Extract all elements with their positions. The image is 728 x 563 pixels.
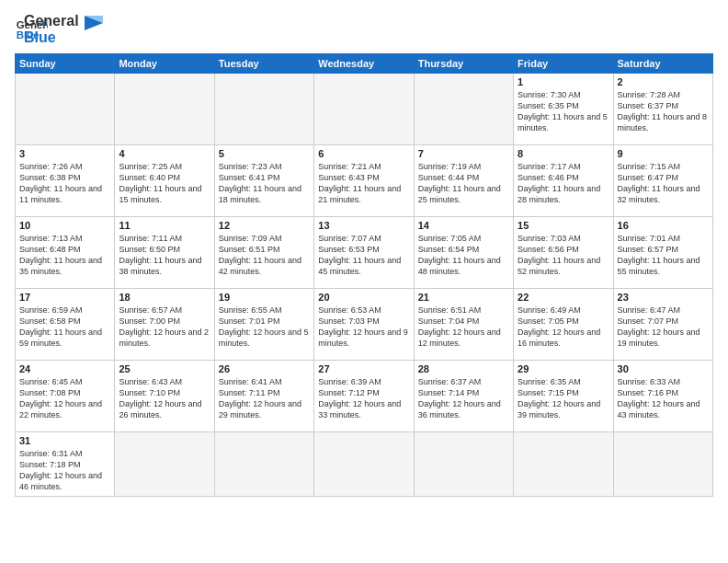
calendar-cell: 23Sunrise: 6:47 AM Sunset: 7:07 PM Dayli…: [613, 289, 712, 361]
day-info: Sunrise: 6:33 AM Sunset: 7:16 PM Dayligh…: [618, 376, 709, 421]
calendar-cell: 20Sunrise: 6:53 AM Sunset: 7:03 PM Dayli…: [314, 289, 414, 361]
calendar-cell: 19Sunrise: 6:55 AM Sunset: 7:01 PM Dayli…: [214, 289, 313, 361]
day-number: 3: [19, 148, 110, 159]
calendar-cell: 21Sunrise: 6:51 AM Sunset: 7:04 PM Dayli…: [414, 289, 513, 361]
calendar-cell: 17Sunrise: 6:59 AM Sunset: 6:58 PM Dayli…: [16, 289, 115, 361]
day-number: 25: [119, 363, 210, 374]
calendar-cell: [115, 432, 214, 497]
week-row-4: 24Sunrise: 6:45 AM Sunset: 7:08 PM Dayli…: [16, 361, 713, 432]
day-number: 9: [618, 148, 709, 159]
day-info: Sunrise: 7:28 AM Sunset: 6:37 PM Dayligh…: [618, 89, 709, 134]
day-info: Sunrise: 6:55 AM Sunset: 7:01 PM Dayligh…: [219, 304, 310, 350]
day-number: 7: [418, 148, 509, 159]
day-info: Sunrise: 6:43 AM Sunset: 7:10 PM Dayligh…: [119, 376, 210, 421]
day-number: 28: [418, 363, 509, 374]
week-row-1: 3Sunrise: 7:26 AM Sunset: 6:38 PM Daylig…: [16, 145, 713, 217]
day-number: 2: [618, 76, 709, 87]
logo-flag-icon: [81, 12, 107, 38]
day-info: Sunrise: 7:03 AM Sunset: 6:56 PM Dayligh…: [518, 233, 609, 278]
weekday-header-friday: Friday: [514, 54, 613, 74]
calendar-cell: 6Sunrise: 7:21 AM Sunset: 6:43 PM Daylig…: [314, 145, 414, 217]
calendar-cell: 24Sunrise: 6:45 AM Sunset: 7:08 PM Dayli…: [16, 361, 115, 432]
calendar-cell: [414, 432, 513, 497]
day-info: Sunrise: 6:59 AM Sunset: 6:58 PM Dayligh…: [19, 304, 110, 350]
day-info: Sunrise: 6:41 AM Sunset: 7:11 PM Dayligh…: [219, 376, 310, 421]
day-number: 29: [518, 363, 609, 374]
day-number: 14: [418, 220, 509, 231]
day-number: 10: [19, 220, 110, 231]
calendar-cell: 29Sunrise: 6:35 AM Sunset: 7:15 PM Dayli…: [514, 361, 613, 432]
day-info: Sunrise: 7:13 AM Sunset: 6:48 PM Dayligh…: [19, 233, 110, 278]
day-info: Sunrise: 7:17 AM Sunset: 6:46 PM Dayligh…: [518, 161, 609, 206]
calendar-cell: [115, 74, 214, 145]
day-number: 19: [219, 292, 310, 303]
calendar-cell: 25Sunrise: 6:43 AM Sunset: 7:10 PM Dayli…: [115, 361, 214, 432]
weekday-header-saturday: Saturday: [613, 54, 712, 74]
day-number: 11: [119, 220, 210, 231]
day-info: Sunrise: 6:57 AM Sunset: 7:00 PM Dayligh…: [119, 304, 210, 350]
day-number: 15: [518, 220, 609, 231]
calendar-cell: 11Sunrise: 7:11 AM Sunset: 6:50 PM Dayli…: [115, 217, 214, 289]
day-info: Sunrise: 7:23 AM Sunset: 6:41 PM Dayligh…: [219, 161, 310, 206]
calendar-cell: 15Sunrise: 7:03 AM Sunset: 6:56 PM Dayli…: [514, 217, 613, 289]
calendar-cell: 31Sunrise: 6:31 AM Sunset: 7:18 PM Dayli…: [16, 432, 115, 497]
week-row-5: 31Sunrise: 6:31 AM Sunset: 7:18 PM Dayli…: [16, 432, 713, 497]
day-info: Sunrise: 6:45 AM Sunset: 7:08 PM Dayligh…: [19, 376, 110, 421]
calendar-cell: 8Sunrise: 7:17 AM Sunset: 6:46 PM Daylig…: [514, 145, 613, 217]
calendar-cell: 30Sunrise: 6:33 AM Sunset: 7:16 PM Dayli…: [613, 361, 712, 432]
day-number: 8: [518, 148, 609, 159]
day-number: 16: [618, 220, 709, 231]
day-info: Sunrise: 6:49 AM Sunset: 7:05 PM Dayligh…: [518, 304, 609, 350]
calendar-cell: 12Sunrise: 7:09 AM Sunset: 6:51 PM Dayli…: [214, 217, 313, 289]
day-number: 26: [219, 363, 310, 374]
logo-general-text: General: [24, 13, 79, 29]
day-number: 23: [618, 292, 709, 303]
calendar-table: SundayMondayTuesdayWednesdayThursdayFrid…: [15, 53, 713, 497]
day-number: 5: [219, 148, 310, 159]
day-number: 21: [418, 292, 509, 303]
calendar-cell: 28Sunrise: 6:37 AM Sunset: 7:14 PM Dayli…: [414, 361, 513, 432]
calendar-cell: [414, 74, 513, 145]
weekday-header-row: SundayMondayTuesdayWednesdayThursdayFrid…: [16, 54, 713, 74]
week-row-3: 17Sunrise: 6:59 AM Sunset: 6:58 PM Dayli…: [16, 289, 713, 361]
calendar-cell: 9Sunrise: 7:15 AM Sunset: 6:47 PM Daylig…: [613, 145, 712, 217]
day-number: 24: [19, 363, 110, 374]
weekday-header-tuesday: Tuesday: [214, 54, 313, 74]
weekday-header-thursday: Thursday: [414, 54, 513, 74]
calendar-cell: 22Sunrise: 6:49 AM Sunset: 7:05 PM Dayli…: [514, 289, 613, 361]
day-number: 12: [219, 220, 310, 231]
day-info: Sunrise: 7:25 AM Sunset: 6:40 PM Dayligh…: [119, 161, 210, 206]
calendar-cell: 26Sunrise: 6:41 AM Sunset: 7:11 PM Dayli…: [214, 361, 313, 432]
logo-blue-text: Blue: [24, 29, 79, 46]
calendar-cell: 3Sunrise: 7:26 AM Sunset: 6:38 PM Daylig…: [16, 145, 115, 217]
day-number: 1: [518, 76, 609, 87]
day-info: Sunrise: 7:21 AM Sunset: 6:43 PM Dayligh…: [318, 161, 409, 206]
calendar-cell: 4Sunrise: 7:25 AM Sunset: 6:40 PM Daylig…: [115, 145, 214, 217]
day-number: 13: [318, 220, 409, 231]
day-number: 22: [518, 292, 609, 303]
weekday-header-sunday: Sunday: [16, 54, 115, 74]
calendar-cell: [214, 432, 313, 497]
calendar-cell: 27Sunrise: 6:39 AM Sunset: 7:12 PM Dayli…: [314, 361, 414, 432]
day-number: 17: [19, 292, 110, 303]
calendar-cell: [314, 74, 414, 145]
day-number: 18: [119, 292, 210, 303]
day-number: 6: [318, 148, 409, 159]
header: General Blue General Blue: [15, 11, 713, 46]
day-info: Sunrise: 7:11 AM Sunset: 6:50 PM Dayligh…: [119, 233, 210, 278]
calendar-cell: [16, 74, 115, 145]
day-number: 4: [119, 148, 210, 159]
day-number: 27: [318, 363, 409, 374]
day-info: Sunrise: 7:30 AM Sunset: 6:35 PM Dayligh…: [518, 89, 609, 134]
calendar-cell: 7Sunrise: 7:19 AM Sunset: 6:44 PM Daylig…: [414, 145, 513, 217]
day-info: Sunrise: 6:53 AM Sunset: 7:03 PM Dayligh…: [318, 304, 409, 350]
calendar-cell: [314, 432, 414, 497]
day-info: Sunrise: 7:15 AM Sunset: 6:47 PM Dayligh…: [618, 161, 709, 206]
week-row-0: 1Sunrise: 7:30 AM Sunset: 6:35 PM Daylig…: [16, 74, 713, 145]
calendar-cell: 2Sunrise: 7:28 AM Sunset: 6:37 PM Daylig…: [613, 74, 712, 145]
calendar-cell: 13Sunrise: 7:07 AM Sunset: 6:53 PM Dayli…: [314, 217, 414, 289]
logo: General Blue General Blue: [15, 11, 107, 46]
day-info: Sunrise: 7:01 AM Sunset: 6:57 PM Dayligh…: [618, 233, 709, 278]
weekday-header-wednesday: Wednesday: [314, 54, 414, 74]
calendar-cell: 18Sunrise: 6:57 AM Sunset: 7:00 PM Dayli…: [115, 289, 214, 361]
